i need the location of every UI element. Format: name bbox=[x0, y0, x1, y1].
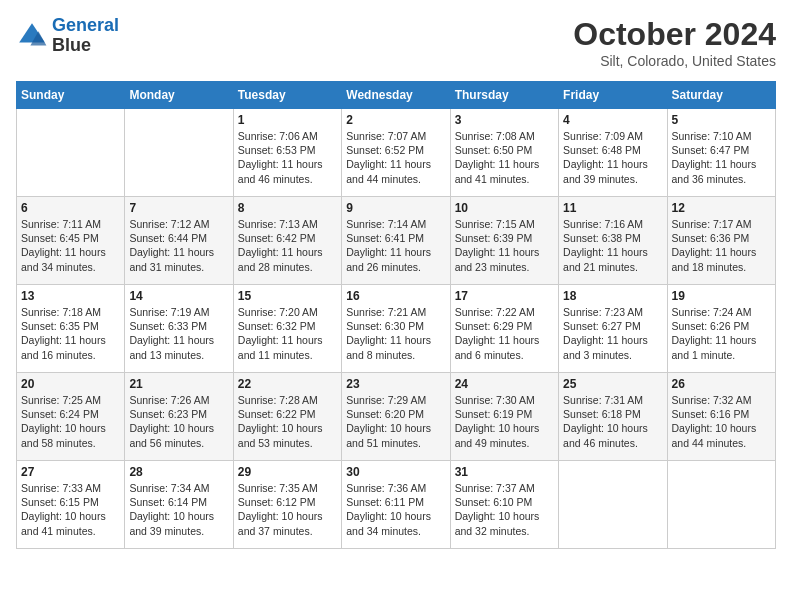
day-number: 19 bbox=[672, 289, 771, 303]
calendar-cell: 16Sunrise: 7:21 AM Sunset: 6:30 PM Dayli… bbox=[342, 285, 450, 373]
day-info: Sunrise: 7:33 AM Sunset: 6:15 PM Dayligh… bbox=[21, 481, 120, 538]
calendar-cell: 23Sunrise: 7:29 AM Sunset: 6:20 PM Dayli… bbox=[342, 373, 450, 461]
calendar-week-5: 27Sunrise: 7:33 AM Sunset: 6:15 PM Dayli… bbox=[17, 461, 776, 549]
day-number: 16 bbox=[346, 289, 445, 303]
day-number: 4 bbox=[563, 113, 662, 127]
calendar-cell: 22Sunrise: 7:28 AM Sunset: 6:22 PM Dayli… bbox=[233, 373, 341, 461]
day-info: Sunrise: 7:10 AM Sunset: 6:47 PM Dayligh… bbox=[672, 129, 771, 186]
calendar-cell: 11Sunrise: 7:16 AM Sunset: 6:38 PM Dayli… bbox=[559, 197, 667, 285]
day-number: 6 bbox=[21, 201, 120, 215]
calendar-cell bbox=[667, 461, 775, 549]
calendar-header-row: SundayMondayTuesdayWednesdayThursdayFrid… bbox=[17, 82, 776, 109]
day-info: Sunrise: 7:16 AM Sunset: 6:38 PM Dayligh… bbox=[563, 217, 662, 274]
title-block: October 2024 Silt, Colorado, United Stat… bbox=[573, 16, 776, 69]
day-number: 9 bbox=[346, 201, 445, 215]
calendar-cell: 1Sunrise: 7:06 AM Sunset: 6:53 PM Daylig… bbox=[233, 109, 341, 197]
day-info: Sunrise: 7:19 AM Sunset: 6:33 PM Dayligh… bbox=[129, 305, 228, 362]
calendar-cell: 28Sunrise: 7:34 AM Sunset: 6:14 PM Dayli… bbox=[125, 461, 233, 549]
day-info: Sunrise: 7:15 AM Sunset: 6:39 PM Dayligh… bbox=[455, 217, 554, 274]
month-title: October 2024 bbox=[573, 16, 776, 53]
location: Silt, Colorado, United States bbox=[573, 53, 776, 69]
calendar-week-4: 20Sunrise: 7:25 AM Sunset: 6:24 PM Dayli… bbox=[17, 373, 776, 461]
day-info: Sunrise: 7:30 AM Sunset: 6:19 PM Dayligh… bbox=[455, 393, 554, 450]
calendar-body: 1Sunrise: 7:06 AM Sunset: 6:53 PM Daylig… bbox=[17, 109, 776, 549]
weekday-header-saturday: Saturday bbox=[667, 82, 775, 109]
day-number: 7 bbox=[129, 201, 228, 215]
day-number: 27 bbox=[21, 465, 120, 479]
calendar-cell: 4Sunrise: 7:09 AM Sunset: 6:48 PM Daylig… bbox=[559, 109, 667, 197]
calendar-week-1: 1Sunrise: 7:06 AM Sunset: 6:53 PM Daylig… bbox=[17, 109, 776, 197]
calendar-cell: 19Sunrise: 7:24 AM Sunset: 6:26 PM Dayli… bbox=[667, 285, 775, 373]
calendar-cell: 24Sunrise: 7:30 AM Sunset: 6:19 PM Dayli… bbox=[450, 373, 558, 461]
day-info: Sunrise: 7:08 AM Sunset: 6:50 PM Dayligh… bbox=[455, 129, 554, 186]
day-info: Sunrise: 7:28 AM Sunset: 6:22 PM Dayligh… bbox=[238, 393, 337, 450]
day-number: 17 bbox=[455, 289, 554, 303]
day-number: 10 bbox=[455, 201, 554, 215]
day-info: Sunrise: 7:17 AM Sunset: 6:36 PM Dayligh… bbox=[672, 217, 771, 274]
calendar-cell: 2Sunrise: 7:07 AM Sunset: 6:52 PM Daylig… bbox=[342, 109, 450, 197]
day-info: Sunrise: 7:23 AM Sunset: 6:27 PM Dayligh… bbox=[563, 305, 662, 362]
weekday-header-wednesday: Wednesday bbox=[342, 82, 450, 109]
day-info: Sunrise: 7:06 AM Sunset: 6:53 PM Dayligh… bbox=[238, 129, 337, 186]
calendar-cell: 25Sunrise: 7:31 AM Sunset: 6:18 PM Dayli… bbox=[559, 373, 667, 461]
day-info: Sunrise: 7:26 AM Sunset: 6:23 PM Dayligh… bbox=[129, 393, 228, 450]
day-info: Sunrise: 7:20 AM Sunset: 6:32 PM Dayligh… bbox=[238, 305, 337, 362]
day-info: Sunrise: 7:12 AM Sunset: 6:44 PM Dayligh… bbox=[129, 217, 228, 274]
day-number: 18 bbox=[563, 289, 662, 303]
calendar-cell bbox=[17, 109, 125, 197]
day-info: Sunrise: 7:29 AM Sunset: 6:20 PM Dayligh… bbox=[346, 393, 445, 450]
calendar-cell: 15Sunrise: 7:20 AM Sunset: 6:32 PM Dayli… bbox=[233, 285, 341, 373]
logo-icon bbox=[16, 20, 48, 52]
day-number: 25 bbox=[563, 377, 662, 391]
calendar-cell: 27Sunrise: 7:33 AM Sunset: 6:15 PM Dayli… bbox=[17, 461, 125, 549]
calendar-cell: 26Sunrise: 7:32 AM Sunset: 6:16 PM Dayli… bbox=[667, 373, 775, 461]
day-info: Sunrise: 7:21 AM Sunset: 6:30 PM Dayligh… bbox=[346, 305, 445, 362]
day-info: Sunrise: 7:13 AM Sunset: 6:42 PM Dayligh… bbox=[238, 217, 337, 274]
calendar-cell: 14Sunrise: 7:19 AM Sunset: 6:33 PM Dayli… bbox=[125, 285, 233, 373]
calendar-cell: 18Sunrise: 7:23 AM Sunset: 6:27 PM Dayli… bbox=[559, 285, 667, 373]
day-info: Sunrise: 7:32 AM Sunset: 6:16 PM Dayligh… bbox=[672, 393, 771, 450]
day-number: 12 bbox=[672, 201, 771, 215]
logo-text: General Blue bbox=[52, 16, 119, 56]
calendar-cell: 20Sunrise: 7:25 AM Sunset: 6:24 PM Dayli… bbox=[17, 373, 125, 461]
calendar-week-3: 13Sunrise: 7:18 AM Sunset: 6:35 PM Dayli… bbox=[17, 285, 776, 373]
day-info: Sunrise: 7:35 AM Sunset: 6:12 PM Dayligh… bbox=[238, 481, 337, 538]
day-number: 24 bbox=[455, 377, 554, 391]
page-header: General Blue October 2024 Silt, Colorado… bbox=[16, 16, 776, 69]
day-number: 1 bbox=[238, 113, 337, 127]
day-number: 2 bbox=[346, 113, 445, 127]
calendar-cell: 3Sunrise: 7:08 AM Sunset: 6:50 PM Daylig… bbox=[450, 109, 558, 197]
day-number: 8 bbox=[238, 201, 337, 215]
day-info: Sunrise: 7:25 AM Sunset: 6:24 PM Dayligh… bbox=[21, 393, 120, 450]
weekday-header-thursday: Thursday bbox=[450, 82, 558, 109]
day-number: 14 bbox=[129, 289, 228, 303]
weekday-header-friday: Friday bbox=[559, 82, 667, 109]
calendar-cell: 7Sunrise: 7:12 AM Sunset: 6:44 PM Daylig… bbox=[125, 197, 233, 285]
calendar-week-2: 6Sunrise: 7:11 AM Sunset: 6:45 PM Daylig… bbox=[17, 197, 776, 285]
calendar-cell: 17Sunrise: 7:22 AM Sunset: 6:29 PM Dayli… bbox=[450, 285, 558, 373]
calendar-cell: 29Sunrise: 7:35 AM Sunset: 6:12 PM Dayli… bbox=[233, 461, 341, 549]
day-number: 29 bbox=[238, 465, 337, 479]
calendar-cell bbox=[559, 461, 667, 549]
day-number: 22 bbox=[238, 377, 337, 391]
day-info: Sunrise: 7:36 AM Sunset: 6:11 PM Dayligh… bbox=[346, 481, 445, 538]
calendar-cell: 13Sunrise: 7:18 AM Sunset: 6:35 PM Dayli… bbox=[17, 285, 125, 373]
day-info: Sunrise: 7:34 AM Sunset: 6:14 PM Dayligh… bbox=[129, 481, 228, 538]
day-info: Sunrise: 7:31 AM Sunset: 6:18 PM Dayligh… bbox=[563, 393, 662, 450]
day-info: Sunrise: 7:22 AM Sunset: 6:29 PM Dayligh… bbox=[455, 305, 554, 362]
day-info: Sunrise: 7:11 AM Sunset: 6:45 PM Dayligh… bbox=[21, 217, 120, 274]
weekday-header-tuesday: Tuesday bbox=[233, 82, 341, 109]
day-number: 20 bbox=[21, 377, 120, 391]
calendar-cell: 12Sunrise: 7:17 AM Sunset: 6:36 PM Dayli… bbox=[667, 197, 775, 285]
day-number: 23 bbox=[346, 377, 445, 391]
day-number: 13 bbox=[21, 289, 120, 303]
calendar-cell: 9Sunrise: 7:14 AM Sunset: 6:41 PM Daylig… bbox=[342, 197, 450, 285]
calendar-cell: 31Sunrise: 7:37 AM Sunset: 6:10 PM Dayli… bbox=[450, 461, 558, 549]
weekday-header-monday: Monday bbox=[125, 82, 233, 109]
day-number: 5 bbox=[672, 113, 771, 127]
day-info: Sunrise: 7:07 AM Sunset: 6:52 PM Dayligh… bbox=[346, 129, 445, 186]
day-number: 3 bbox=[455, 113, 554, 127]
day-number: 31 bbox=[455, 465, 554, 479]
calendar-cell: 21Sunrise: 7:26 AM Sunset: 6:23 PM Dayli… bbox=[125, 373, 233, 461]
day-info: Sunrise: 7:09 AM Sunset: 6:48 PM Dayligh… bbox=[563, 129, 662, 186]
